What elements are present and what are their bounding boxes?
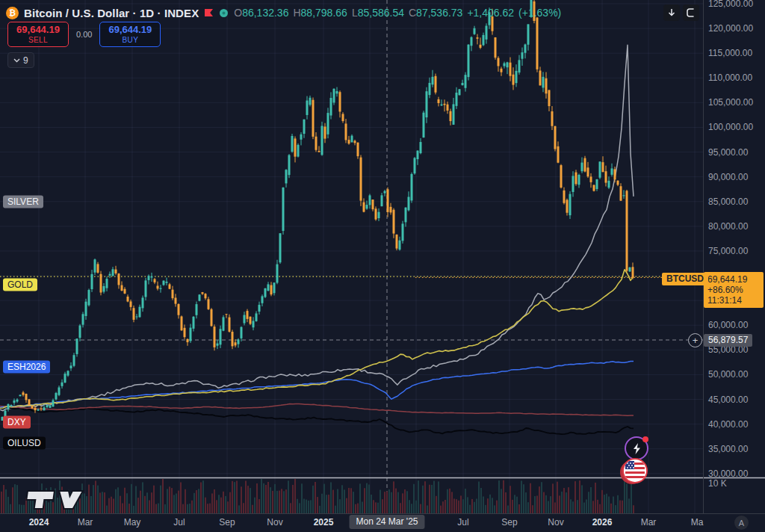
volume-bar bbox=[142, 482, 143, 513]
time-axis[interactable]: 2024MarMayJulSepNov2025JulSepNov2026MarM… bbox=[0, 514, 765, 532]
candle-body bbox=[79, 326, 81, 338]
volume-bar bbox=[227, 501, 229, 513]
volume-bar bbox=[583, 502, 585, 513]
volume-bar bbox=[108, 498, 110, 513]
candle-body bbox=[444, 104, 446, 105]
volume-bar bbox=[290, 503, 291, 513]
candle-body bbox=[581, 163, 583, 172]
tradingview-logo[interactable] bbox=[25, 486, 93, 514]
candle-body bbox=[333, 89, 335, 103]
volume-bar bbox=[3, 485, 4, 513]
candle-body bbox=[163, 281, 165, 285]
volume-bar bbox=[301, 483, 303, 513]
flag-icon[interactable] bbox=[204, 8, 214, 17]
us-flag-event-icon[interactable] bbox=[622, 458, 648, 483]
volume-bar bbox=[173, 495, 175, 513]
price-tick: 85,000.00 bbox=[708, 197, 748, 207]
volume-bar bbox=[548, 501, 549, 513]
candle-body bbox=[384, 191, 386, 194]
price-tick: 100,000.00 bbox=[708, 122, 753, 132]
volume-bar bbox=[557, 482, 558, 513]
price-tick: 60,000.00 bbox=[708, 320, 748, 330]
overlay-line-oilusd[interactable] bbox=[0, 406, 634, 434]
change-percent: (+1.63%) bbox=[518, 7, 561, 19]
volume-bar bbox=[451, 492, 453, 513]
volume-bar bbox=[12, 487, 13, 513]
overlay-line-silver[interactable] bbox=[0, 45, 634, 411]
symbol-title[interactable]: Bitcoin / U.S. Dollar · 1D · INDEX bbox=[24, 7, 199, 19]
candle-body bbox=[294, 138, 297, 156]
volume-bar bbox=[19, 504, 20, 513]
candle-body bbox=[348, 140, 350, 143]
volume-bar bbox=[104, 492, 105, 513]
candle-body bbox=[381, 195, 383, 206]
candle-body bbox=[405, 208, 407, 223]
change-value: +1,406.62 bbox=[467, 7, 514, 19]
market-status-icon[interactable] bbox=[219, 8, 229, 18]
volume-bar bbox=[476, 498, 477, 513]
add-alert-plus-icon[interactable]: + bbox=[688, 333, 702, 347]
candle-body bbox=[414, 158, 416, 173]
volume-bar bbox=[554, 502, 556, 513]
compare-label-silver[interactable]: SILVER bbox=[3, 196, 43, 208]
volume-bar bbox=[5, 489, 7, 513]
compare-label-esh2026[interactable]: ESH2026 bbox=[3, 361, 50, 374]
candle-body bbox=[617, 181, 619, 185]
indicators-collapse-button[interactable]: 9 bbox=[7, 52, 34, 68]
volume-bar bbox=[99, 492, 101, 513]
volume-bar bbox=[492, 498, 493, 513]
volume-bar bbox=[95, 480, 96, 513]
candle-body bbox=[175, 298, 177, 304]
lightning-events-icon[interactable] bbox=[625, 436, 648, 460]
candle-body bbox=[52, 400, 55, 407]
sell-button[interactable]: 69,644.19 SELL bbox=[7, 22, 69, 47]
volume-bar bbox=[586, 499, 587, 513]
candle-body bbox=[261, 296, 264, 303]
volume-bar bbox=[214, 489, 215, 513]
buy-button[interactable]: 69,644.19 BUY bbox=[99, 22, 161, 47]
volume-bar bbox=[21, 505, 22, 513]
volume-bar bbox=[344, 489, 345, 513]
volume-bar bbox=[375, 502, 377, 513]
candle-body bbox=[354, 140, 356, 143]
volume-bar bbox=[610, 504, 612, 513]
btcusd-series-label[interactable]: BTCUSD bbox=[662, 273, 708, 285]
volume-bar bbox=[196, 490, 197, 513]
compare-label-gold[interactable]: GOLD bbox=[3, 279, 37, 291]
volume-bar bbox=[252, 505, 253, 513]
candle-body bbox=[327, 113, 329, 134]
volume-bar bbox=[619, 501, 621, 513]
compare-label-dxy[interactable]: DXY bbox=[3, 416, 31, 429]
volume-bar bbox=[505, 492, 507, 513]
screenshot-button[interactable] bbox=[683, 4, 699, 21]
volume-bar bbox=[471, 499, 473, 513]
volume-bar bbox=[229, 492, 231, 513]
volume-bar bbox=[236, 480, 238, 513]
candle-body bbox=[208, 299, 210, 309]
volume-bar bbox=[601, 490, 603, 513]
download-button[interactable] bbox=[663, 4, 680, 21]
candle-body bbox=[614, 169, 616, 179]
auto-scale-button[interactable]: A bbox=[734, 516, 749, 530]
volume-bar bbox=[326, 495, 327, 513]
spread-value: 0.00 bbox=[76, 30, 92, 39]
price-axis[interactable]: 125,000.00120,000.00115,000.00110,000.00… bbox=[703, 0, 765, 513]
volume-bar bbox=[113, 498, 114, 513]
price-tick: 35,000.00 bbox=[708, 444, 748, 454]
candle-body bbox=[560, 165, 563, 188]
candle-body bbox=[507, 62, 509, 67]
candle-body bbox=[396, 235, 398, 249]
volume-bar bbox=[265, 485, 267, 513]
volume-bar bbox=[97, 486, 99, 513]
overlay-line-gold[interactable] bbox=[0, 270, 634, 409]
candle-body bbox=[486, 26, 488, 40]
compare-label-oilusd[interactable]: OILUSD bbox=[3, 437, 46, 450]
volume-bar bbox=[279, 491, 280, 513]
volume-bar bbox=[355, 504, 356, 513]
volume-bar bbox=[371, 495, 372, 513]
volume-bar bbox=[321, 494, 323, 513]
price-tick: 125,000.00 bbox=[708, 0, 753, 9]
candle-body bbox=[139, 307, 141, 318]
candle-body bbox=[136, 317, 138, 318]
volume-bar bbox=[429, 485, 430, 513]
